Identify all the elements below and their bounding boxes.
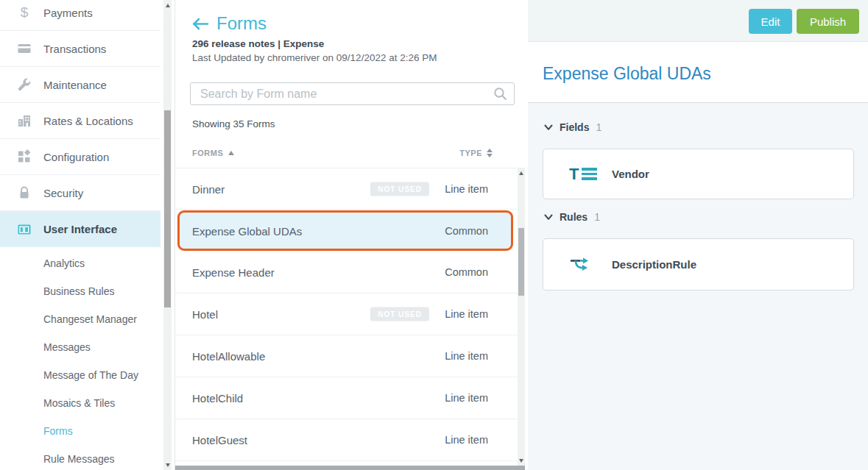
sidebar-item-label: Configuration <box>43 151 109 163</box>
table-header: FORMS TYPE <box>175 144 518 168</box>
chevron-down-icon <box>544 214 553 221</box>
form-type: Line item <box>445 183 488 195</box>
sidebar-item-label: Payments <box>43 7 93 19</box>
scroll-up-icon[interactable] <box>518 168 525 178</box>
fields-section-label: Fields <box>560 121 589 133</box>
detail-panel: Edit Publish Expense Global UDAs Fields … <box>528 0 868 470</box>
detail-toolbar: Edit Publish <box>528 0 868 42</box>
rule-name: DescriptionRule <box>612 258 696 271</box>
form-name: Expense Header <box>192 266 275 279</box>
form-type: Line item <box>445 308 488 320</box>
sidebar-item-label: User Interface <box>43 223 117 235</box>
blocks-icon <box>16 149 32 164</box>
table-row-selected[interactable]: Expense Global UDAs Common <box>175 210 518 252</box>
sidebar-subitem-business-rules[interactable]: Business Rules <box>0 277 160 305</box>
form-name: Dinner <box>192 182 225 195</box>
fields-section-count: 1 <box>596 121 601 133</box>
building-icon <box>16 113 32 128</box>
form-type: Line item <box>445 434 488 446</box>
chevron-down-icon <box>544 124 553 131</box>
fields-section-toggle[interactable]: Fields 1 <box>544 121 601 133</box>
sidebar-subitem-mosaics-tiles[interactable]: Mosaics & Tiles <box>0 389 160 417</box>
sidebar-subitem-changeset-manager[interactable]: Changeset Manager <box>0 305 160 333</box>
detail-content: Fields 1 T Vendor Rules 1 DescriptionRul… <box>528 103 868 470</box>
scroll-down-icon[interactable] <box>518 455 525 466</box>
subitem-label: Rule Messages <box>43 453 115 465</box>
horizontal-scrollbar[interactable] <box>175 466 525 470</box>
form-type: Line item <box>445 350 488 362</box>
column-type-label: TYPE <box>459 149 482 157</box>
subitem-label: Analytics <box>43 257 85 269</box>
form-name: HotelChild <box>192 392 243 405</box>
detail-title: Expense Global UDAs <box>543 64 711 84</box>
lock-icon <box>16 185 32 200</box>
rules-section-toggle[interactable]: Rules 1 <box>544 211 600 223</box>
table-row[interactable]: Expense Header Common <box>175 252 518 293</box>
not-used-badge: NOT USED <box>370 307 429 321</box>
table-scrollbar[interactable] <box>518 168 525 466</box>
table-row[interactable]: Hotel NOT USED Line item <box>175 293 518 335</box>
forms-table: Dinner NOT USED Line item Expense Global… <box>175 168 518 461</box>
sidebar-item-configuration[interactable]: Configuration <box>0 139 160 175</box>
search-icon <box>493 87 507 104</box>
sort-asc-icon <box>228 151 234 155</box>
sidebar-item-rates-locations[interactable]: Rates & Locations <box>0 103 160 139</box>
sidebar-item-label: Security <box>43 187 83 199</box>
sidebar-subitem-analytics[interactable]: Analytics <box>0 249 160 277</box>
sidebar-item-label: Maintenance <box>43 79 107 91</box>
form-name: Expense Global UDAs <box>192 224 302 237</box>
sidebar-nav: $ Payments Transactions Maintenance Rate… <box>0 0 160 470</box>
last-updated-label: Last Updated by chromeriver on 09/12/202… <box>192 52 437 63</box>
publish-button[interactable]: Publish <box>797 9 859 34</box>
form-name: HotelGuest <box>192 434 247 446</box>
subitem-label: Mosaics & Tiles <box>43 397 115 409</box>
table-row[interactable]: HotelChild Line item <box>175 377 518 419</box>
sidebar-subitem-rule-messages[interactable]: Rule Messages <box>0 445 160 470</box>
table-scrollbar-thumb[interactable] <box>518 228 524 296</box>
ui-panel-icon <box>16 222 32 237</box>
table-row[interactable]: HotelAllowable Line item <box>175 335 518 377</box>
field-name: Vendor <box>612 168 649 180</box>
wrench-icon <box>16 77 32 92</box>
sidebar-scrollbar[interactable] <box>163 0 172 470</box>
branch-rule-icon <box>569 257 600 272</box>
column-header-type[interactable]: TYPE <box>459 149 493 157</box>
form-type: Common <box>445 266 488 278</box>
sidebar-item-transactions[interactable]: Transactions <box>0 31 160 67</box>
showing-count-label: Showing 35 Forms <box>192 118 275 129</box>
column-forms-label: FORMS <box>192 149 223 157</box>
sidebar-subitem-messages[interactable]: Messages <box>0 333 160 361</box>
sidebar-item-payments[interactable]: $ Payments <box>0 0 160 31</box>
form-name: Hotel <box>192 308 218 321</box>
column-header-forms[interactable]: FORMS <box>192 149 234 157</box>
search-input[interactable] <box>190 82 515 105</box>
scroll-up-icon[interactable] <box>163 0 172 10</box>
sidebar-item-label: Transactions <box>43 43 106 55</box>
sidebar-subitem-forms[interactable]: Forms <box>0 417 160 445</box>
sidebar-item-maintenance[interactable]: Maintenance <box>0 67 160 103</box>
sidebar-scrollbar-thumb[interactable] <box>164 110 171 307</box>
back-to-forms[interactable]: Forms <box>191 13 267 34</box>
edit-button[interactable]: Edit <box>749 9 792 34</box>
subitem-label: Forms <box>43 425 73 437</box>
sidebar-subitem-message-of-the-day[interactable]: Message of The Day <box>0 361 160 389</box>
not-used-badge: NOT USED <box>370 182 429 196</box>
sidebar-item-user-interface[interactable]: User Interface <box>0 211 160 247</box>
form-name: HotelAllowable <box>192 350 265 363</box>
subitem-label: Messages <box>43 341 91 353</box>
sidebar-item-security[interactable]: Security <box>0 175 160 211</box>
subitem-label: Changeset Manager <box>43 313 137 325</box>
subitem-label: Business Rules <box>43 285 115 297</box>
form-type: Common <box>445 225 488 237</box>
sort-both-icon <box>487 149 493 157</box>
back-arrow-icon[interactable] <box>191 17 209 31</box>
rule-card-descriptionrule[interactable]: DescriptionRule <box>543 238 854 291</box>
forms-panel: Forms 296 release notes | Expense Last U… <box>174 0 524 470</box>
sidebar: $ Payments Transactions Maintenance Rate… <box>0 0 160 470</box>
table-row[interactable]: Dinner NOT USED Line item <box>175 168 518 210</box>
search-wrap <box>190 82 515 105</box>
field-card-vendor[interactable]: T Vendor <box>543 149 854 199</box>
table-row[interactable]: HotelGuest Line item <box>175 419 518 461</box>
scroll-down-icon[interactable] <box>163 460 172 470</box>
dollar-icon: $ <box>16 4 32 21</box>
